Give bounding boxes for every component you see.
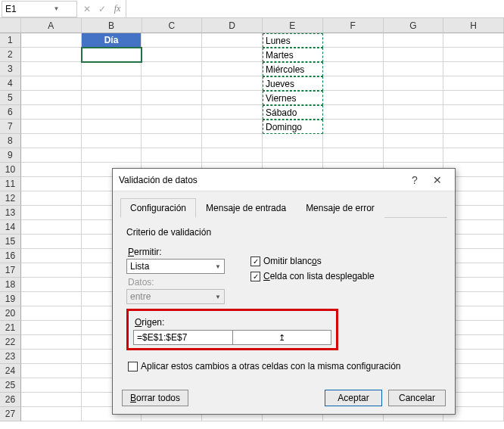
row-header[interactable]: 3 [0, 62, 21, 76]
cell[interactable] [21, 33, 82, 48]
cell[interactable] [21, 278, 82, 292]
cell[interactable] [202, 134, 263, 148]
cell[interactable] [82, 76, 142, 91]
cell[interactable]: ▼ [82, 48, 142, 62]
cell[interactable]: Viernes [263, 91, 323, 105]
row-header[interactable]: 16 [0, 249, 21, 263]
cell[interactable]: Miércoles [263, 62, 323, 76]
cell[interactable] [82, 91, 142, 105]
cell[interactable] [202, 148, 263, 163]
cell[interactable] [384, 148, 444, 163]
cell[interactable] [21, 292, 82, 306]
accept-button[interactable]: Aceptar [325, 390, 382, 406]
row-header[interactable]: 7 [0, 120, 21, 134]
cell[interactable] [21, 177, 82, 191]
row-header[interactable]: 17 [0, 263, 21, 278]
cell[interactable] [82, 120, 142, 134]
row-header[interactable]: 4 [0, 76, 21, 91]
cell[interactable]: Lunes [263, 33, 323, 48]
cell[interactable] [142, 120, 202, 134]
cell[interactable] [142, 91, 202, 105]
cell[interactable]: Martes [263, 48, 323, 62]
help-button[interactable]: ? [403, 174, 426, 186]
cell[interactable] [443, 48, 504, 62]
cell[interactable] [202, 33, 263, 48]
dialog-tab[interactable]: Mensaje de entrada [196, 198, 296, 218]
cell[interactable] [384, 134, 444, 148]
name-box-dropdown-icon[interactable]: ▼ [39, 5, 73, 12]
cell[interactable] [443, 62, 504, 76]
row-header[interactable]: 24 [0, 364, 21, 378]
cell[interactable] [21, 163, 82, 177]
row-header[interactable]: 9 [0, 148, 21, 163]
row-header[interactable]: 19 [0, 292, 21, 306]
column-header[interactable]: D [202, 18, 263, 33]
cell[interactable] [384, 62, 444, 76]
column-header[interactable]: G [384, 18, 444, 33]
cell[interactable] [21, 148, 82, 163]
cell[interactable] [21, 321, 82, 335]
cell[interactable] [443, 134, 504, 148]
row-header[interactable]: 10 [0, 163, 21, 177]
cell[interactable] [21, 378, 82, 393]
select-all-corner[interactable] [0, 18, 21, 33]
row-header[interactable]: 18 [0, 278, 21, 292]
cell[interactable] [323, 33, 384, 48]
row-header[interactable]: 1 [0, 33, 21, 48]
cell[interactable] [323, 134, 384, 148]
cell[interactable] [21, 91, 82, 105]
cell[interactable] [323, 76, 384, 91]
cell[interactable] [142, 62, 202, 76]
cell[interactable] [21, 350, 82, 364]
cell[interactable] [21, 62, 82, 76]
row-header[interactable]: 25 [0, 378, 21, 393]
cell[interactable] [443, 120, 504, 134]
cell[interactable] [21, 335, 82, 350]
row-header[interactable]: 20 [0, 306, 21, 321]
row-header[interactable]: 15 [0, 235, 21, 249]
cell[interactable] [21, 134, 82, 148]
cell[interactable] [21, 220, 82, 235]
cell[interactable] [443, 91, 504, 105]
collapse-dialog-icon[interactable]: ↥ [232, 331, 331, 344]
cell[interactable] [142, 33, 202, 48]
cell[interactable] [443, 76, 504, 91]
cell[interactable] [263, 148, 323, 163]
cell[interactable] [21, 76, 82, 91]
allow-select[interactable]: Lista ▼ [126, 259, 225, 274]
row-header[interactable]: 2 [0, 48, 21, 62]
row-header[interactable]: 14 [0, 220, 21, 235]
cell[interactable] [202, 62, 263, 76]
cell[interactable]: Día [82, 33, 142, 48]
cell[interactable] [443, 148, 504, 163]
cell[interactable] [323, 105, 384, 120]
cell[interactable] [21, 206, 82, 220]
clear-all-button[interactable]: Borrar todos [122, 390, 188, 406]
cell[interactable] [82, 148, 142, 163]
row-header[interactable]: 27 [0, 407, 21, 421]
cell[interactable] [21, 364, 82, 378]
row-header[interactable]: 21 [0, 321, 21, 335]
cell[interactable] [21, 105, 82, 120]
cell[interactable] [323, 48, 384, 62]
cell[interactable] [202, 48, 263, 62]
name-box[interactable]: E1 ▼ [2, 1, 77, 17]
cell-dropdown-checkbox[interactable]: ✓ Celda con lista desplegable [250, 271, 375, 281]
apply-changes-checkbox[interactable]: ✓ Aplicar estos cambios a otras celdas c… [128, 361, 440, 371]
cell[interactable] [384, 105, 444, 120]
column-header[interactable]: C [142, 18, 203, 33]
cancel-button[interactable]: Cancelar [388, 390, 446, 406]
cell[interactable] [82, 62, 142, 76]
cell[interactable] [384, 76, 444, 91]
row-header[interactable]: 13 [0, 206, 21, 220]
cell[interactable]: Domingo [263, 120, 323, 134]
cell[interactable] [142, 105, 202, 120]
dialog-tab[interactable]: Configuración [120, 198, 196, 218]
cell[interactable] [384, 91, 444, 105]
row-header[interactable]: 6 [0, 105, 21, 120]
dialog-tab[interactable]: Mensaje de error [296, 198, 384, 218]
row-header[interactable]: 23 [0, 350, 21, 364]
column-header[interactable]: F [323, 18, 384, 33]
column-header[interactable]: H [443, 18, 504, 33]
column-header[interactable]: E [263, 18, 323, 33]
